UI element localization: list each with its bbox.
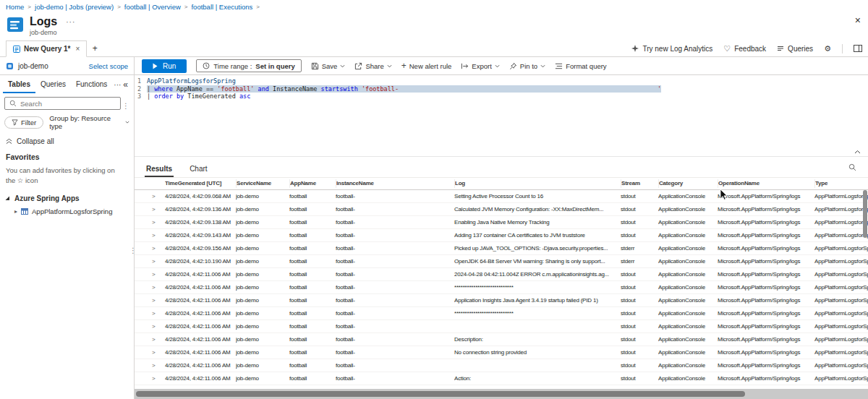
tab-functions[interactable]: Functions <box>71 76 112 93</box>
horizontal-scrollbar-thumb[interactable] <box>136 391 745 397</box>
tree-item-appplatformlogsforspring[interactable]: ▸ AppPlatformLogsforSpring <box>14 207 129 215</box>
chevron-down-icon <box>387 64 392 68</box>
run-button[interactable]: Run <box>142 59 187 73</box>
column-header[interactable]: OperationName <box>718 179 814 188</box>
search-input[interactable] <box>20 100 116 108</box>
result-row[interactable]: >4/28/2024, 4:42:09.138 AMjob-demofootba… <box>135 216 868 229</box>
sidebar-tabs: Tables Queries Functions ··· « <box>0 75 134 94</box>
row-expander-icon[interactable]: > <box>142 297 165 304</box>
feedback-button[interactable]: ♡ Feedback <box>723 45 766 53</box>
drag-handle[interactable]: ⋮ <box>122 103 129 110</box>
result-row[interactable]: >4/28/2024, 4:42:11.006 AMjob-demofootba… <box>135 294 868 307</box>
results-search-icon[interactable] <box>848 163 856 171</box>
search-icon <box>9 100 17 107</box>
cell-instance: football- <box>336 323 454 330</box>
row-expander-icon[interactable]: > <box>142 362 165 369</box>
code-line[interactable]: 3| order by TimeGenerated asc <box>135 93 868 100</box>
row-expander-icon[interactable]: > <box>142 258 165 265</box>
row-expander-icon[interactable]: > <box>142 336 165 343</box>
sidebar-search[interactable] <box>4 97 121 110</box>
result-row[interactable]: >4/28/2024, 4:42:09.136 AMjob-demofootba… <box>135 203 868 216</box>
header-more-button[interactable]: ··· <box>66 18 75 26</box>
row-expander-icon[interactable]: > <box>142 271 165 278</box>
row-expander-icon[interactable]: > <box>142 219 165 226</box>
group-by-dropdown[interactable]: Group by: Resource type <box>49 114 129 130</box>
column-header[interactable]: InstanceName <box>336 179 454 188</box>
tab-new-query-1[interactable]: New Query 1* × <box>6 40 87 57</box>
vertical-scrollbar-thumb[interactable] <box>863 190 867 238</box>
row-expander-icon[interactable]: > <box>142 375 165 382</box>
column-header[interactable]: TimeGenerated [UTC] <box>165 179 236 188</box>
cell-operation: Microsoft.AppPlatform/Spring/logs <box>718 297 814 304</box>
try-new-log-analytics-button[interactable]: Try new Log Analytics <box>631 45 712 53</box>
select-scope-link[interactable]: Select scope <box>89 62 128 70</box>
sidebar-collapse-icon[interactable]: « <box>123 80 131 90</box>
row-expander-icon[interactable]: > <box>142 284 165 291</box>
row-expander-icon[interactable]: > <box>142 310 165 317</box>
cell-service: job-demo <box>236 362 289 369</box>
filter-button[interactable]: Filter <box>4 116 43 129</box>
time-range-picker[interactable]: Time range : Set in query <box>196 59 301 72</box>
row-expander-icon[interactable]: > <box>142 206 165 213</box>
result-row[interactable]: >4/28/2024, 4:42:11.006 AMjob-demofootba… <box>135 372 868 385</box>
cell-type: AppPlatformLogsforSpring <box>814 323 868 330</box>
result-row[interactable]: >4/28/2024, 4:42:11.006 AMjob-demofootba… <box>135 333 868 346</box>
cell-type: AppPlatformLogsforSpring <box>814 245 868 252</box>
result-row[interactable]: >4/28/2024, 4:42:09.143 AMjob-demofootba… <box>135 229 868 242</box>
layout-button[interactable] <box>854 45 862 52</box>
result-row[interactable]: >4/28/2024, 4:42:09.068 AMjob-demofootba… <box>135 190 868 203</box>
query-editor[interactable]: 1AppPlatformLogsforSpring2| where AppNam… <box>135 75 868 156</box>
tab-close-icon[interactable]: × <box>75 45 80 53</box>
result-row[interactable]: >4/28/2024, 4:42:11.006 AMjob-demofootba… <box>135 346 868 359</box>
collapse-all-button[interactable]: Collapse all <box>6 137 128 145</box>
result-row[interactable]: >4/28/2024, 4:42:11.006 AMjob-demofootba… <box>135 281 868 294</box>
new-alert-rule-button[interactable]: + New alert rule <box>401 61 452 70</box>
splitter-grip[interactable]: ⋮ <box>129 247 137 254</box>
result-row[interactable]: >4/28/2024, 4:42:11.006 AMjob-demofootba… <box>135 359 868 372</box>
cell-log: Calculated JVM Memory Configuration: -XX… <box>454 206 621 213</box>
export-button[interactable]: Export <box>461 62 499 70</box>
table-icon <box>21 208 28 215</box>
column-header[interactable]: Log <box>454 179 621 188</box>
code-line[interactable]: 1AppPlatformLogsforSpring <box>135 77 868 85</box>
format-query-button[interactable]: Format query <box>555 62 607 70</box>
vertical-scrollbar[interactable] <box>863 190 867 384</box>
result-row[interactable]: >4/28/2024, 4:42:10.190 AMjob-demofootba… <box>135 255 868 268</box>
sidebar-more-button[interactable]: ··· <box>114 81 121 89</box>
tab-queries[interactable]: Queries <box>35 76 71 93</box>
collapse-all-icon <box>6 138 12 145</box>
horizontal-scrollbar[interactable] <box>135 389 868 399</box>
result-row[interactable]: >4/28/2024, 4:42:09.156 AMjob-demofootba… <box>135 242 868 255</box>
result-row[interactable]: >4/28/2024, 4:42:11.006 AMjob-demofootba… <box>135 268 868 281</box>
tab-tables[interactable]: Tables <box>3 76 35 93</box>
column-header[interactable]: ServiceName <box>236 179 289 188</box>
column-header[interactable]: Stream <box>621 179 658 188</box>
column-header[interactable]: Category <box>658 179 718 188</box>
breadcrumb-link[interactable]: job-demo | Jobs (preview) <box>35 3 114 11</box>
row-expander-icon[interactable]: > <box>142 232 165 239</box>
tab-results[interactable]: Results <box>145 162 174 177</box>
pin-to-button[interactable]: Pin to <box>509 62 545 70</box>
column-header[interactable]: AppName <box>289 179 336 188</box>
cell-app: football <box>289 245 336 252</box>
tab-chart[interactable]: Chart <box>188 162 208 177</box>
editor-collapse-icon[interactable] <box>854 150 861 154</box>
breadcrumb-link[interactable]: football | Overview <box>124 3 181 11</box>
save-button[interactable]: Save <box>311 62 346 70</box>
new-tab-button[interactable]: + <box>87 40 103 56</box>
row-expander-icon[interactable]: > <box>142 193 165 200</box>
row-expander-icon[interactable]: > <box>142 323 165 330</box>
code-line[interactable]: 2| where AppName == 'football' and Insta… <box>135 85 868 93</box>
column-header[interactable]: Type <box>814 179 868 188</box>
queries-button[interactable]: Queries <box>777 45 813 53</box>
close-icon[interactable]: × <box>855 14 861 26</box>
share-button[interactable]: Share <box>354 62 391 70</box>
result-row[interactable]: >4/28/2024, 4:42:11.006 AMjob-demofootba… <box>135 320 868 333</box>
row-expander-icon[interactable]: > <box>142 349 165 356</box>
breadcrumb-link[interactable]: Home <box>6 3 24 11</box>
result-row[interactable]: >4/28/2024, 4:42:11.006 AMjob-demofootba… <box>135 307 868 320</box>
settings-button[interactable]: ⚙ <box>824 45 831 53</box>
breadcrumb-link[interactable]: football | Executions <box>191 3 252 11</box>
row-expander-icon[interactable]: > <box>142 245 165 252</box>
tree-group-azure-spring-apps[interactable]: Azure Spring Apps <box>4 194 129 202</box>
